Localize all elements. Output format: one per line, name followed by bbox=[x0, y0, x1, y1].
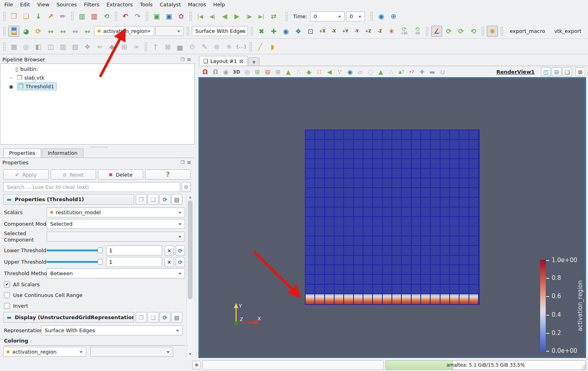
hover-cells-icon[interactable]: ◌ bbox=[366, 67, 375, 77]
rotate-90-cw-button[interactable]: ⟳+90 bbox=[398, 26, 410, 37]
maximize-view-icon[interactable]: ❑ bbox=[562, 67, 572, 76]
pipeline-item-builtin[interactable]: ▯ builtin: bbox=[0, 65, 194, 73]
view-plus-y-button[interactable]: +Y bbox=[340, 26, 350, 36]
interaction-mode-icon[interactable]: Ω bbox=[200, 67, 210, 77]
select-cells-through-icon[interactable]: ◆ bbox=[304, 67, 314, 77]
apply-button[interactable]: ✔Apply bbox=[3, 169, 49, 180]
isometric-view-icon[interactable]: ✳ bbox=[386, 26, 397, 37]
resize-grip[interactable] bbox=[582, 365, 587, 370]
paste-display-icon[interactable]: ❏ bbox=[147, 312, 159, 323]
last-frame-icon[interactable]: ▶| bbox=[256, 11, 267, 22]
visibility-eye-open-icon[interactable]: ◉ bbox=[8, 84, 15, 89]
select-cells-polygon-icon[interactable]: ▲ bbox=[376, 67, 386, 77]
extract-timesteps-icon[interactable]: ✳ bbox=[223, 41, 234, 52]
reset-defaults-icon[interactable]: ⟳ bbox=[159, 194, 170, 205]
zoom-box-icon[interactable]: ◎ bbox=[242, 67, 252, 77]
camera-orientation-icon[interactable]: ∠ bbox=[431, 26, 442, 37]
render-view-name[interactable]: RenderView1 bbox=[496, 69, 535, 75]
menu-sources[interactable]: Sources bbox=[53, 1, 80, 8]
save-data-icon[interactable]: ↓ bbox=[33, 11, 44, 22]
macro-export-button[interactable]: export_macro bbox=[506, 27, 549, 36]
query-points-icon[interactable]: •? bbox=[407, 67, 416, 77]
menu-filters[interactable]: Filters bbox=[80, 1, 103, 8]
zoom-to-selection-icon[interactable]: ◉ bbox=[345, 67, 355, 77]
invert-checkbox[interactable] bbox=[4, 303, 10, 309]
selected-component-combobox[interactable] bbox=[47, 232, 185, 242]
select-cells-interactive-icon[interactable]: ◀ bbox=[325, 67, 334, 77]
all-scalars-checkbox[interactable]: ✔ bbox=[4, 282, 10, 287]
view-minus-x-button[interactable]: -X bbox=[329, 26, 339, 36]
lower-threshold-slider[interactable] bbox=[47, 249, 102, 251]
play-icon[interactable]: ▶ bbox=[231, 11, 242, 22]
clear-upper-icon[interactable]: ✕ bbox=[164, 257, 174, 267]
glyph-icon[interactable]: ❖ bbox=[82, 41, 93, 52]
reset-session-icon[interactable]: ⟲ bbox=[101, 11, 112, 22]
continuous-cell-range-row[interactable]: Use Continuous Cell Range bbox=[4, 291, 83, 299]
gear-icon[interactable]: ⚙ bbox=[182, 182, 191, 192]
invert-row[interactable]: Invert bbox=[4, 302, 28, 309]
rotate-camera-cw-icon[interactable]: ⟳ bbox=[443, 26, 454, 37]
probe-location-icon[interactable]: † bbox=[150, 41, 161, 52]
view-minus-z-button[interactable]: -Z bbox=[374, 26, 385, 36]
menu-catalyst[interactable]: Catalyst bbox=[156, 1, 184, 8]
rotate-camera-ccw-icon[interactable]: ⟳ bbox=[456, 26, 467, 37]
clear-selection-icon[interactable]: ⊔ bbox=[438, 67, 447, 77]
grow-selection-icon[interactable]: ✚ bbox=[417, 67, 427, 77]
capture-view-icon[interactable]: ◉ bbox=[221, 67, 231, 77]
close-view-icon[interactable]: ⊠ bbox=[575, 67, 585, 76]
split-horizontal-icon[interactable]: ◫ bbox=[541, 67, 551, 76]
python-calculator-icon[interactable]: {...} bbox=[236, 41, 247, 52]
representation-combobox[interactable]: Surface With Edges bbox=[41, 325, 183, 335]
reset-camera-closest-icon[interactable]: ◉ bbox=[280, 26, 291, 37]
zoom-camera-icon[interactable]: ◉ bbox=[376, 11, 387, 22]
histogram-icon[interactable]: ▅ bbox=[174, 41, 185, 52]
zoom-to-data-icon[interactable]: ✚ bbox=[268, 26, 279, 37]
ruler-icon[interactable]: ╱ bbox=[255, 41, 266, 52]
redo-icon[interactable]: ↷ bbox=[132, 11, 143, 22]
auto-convert-icon[interactable]: ▣ bbox=[151, 11, 162, 22]
representation-selector[interactable]: Surface With Edges bbox=[192, 26, 248, 36]
render-viewport[interactable]: Y X Z 1.0e+00 0.8 0.6 0.4 0.2 0.0e+00 ac… bbox=[199, 78, 586, 358]
save-display-icon[interactable]: ▤ bbox=[171, 312, 182, 323]
float-dock-icon[interactable]: ❐ bbox=[180, 56, 186, 63]
panel-splitter[interactable] bbox=[90, 146, 108, 148]
shrink-selection-icon[interactable]: ▬ bbox=[427, 67, 437, 77]
rotate-90-ccw-button[interactable]: ⟲-90 bbox=[411, 26, 423, 37]
plot-over-time-icon[interactable]: ⊙ bbox=[187, 41, 198, 52]
reset-display-icon[interactable]: ⟳ bbox=[159, 312, 170, 323]
continuous-cell-range-checkbox[interactable] bbox=[4, 292, 10, 298]
lower-threshold-input[interactable] bbox=[106, 245, 162, 255]
new-layout-tab-button[interactable]: + bbox=[248, 57, 259, 66]
select-cells-on-icon[interactable]: ▲ bbox=[284, 67, 293, 77]
next-frame-icon[interactable]: |▶ bbox=[244, 11, 255, 22]
protractor-icon[interactable]: ◗ bbox=[267, 41, 278, 52]
contour-icon[interactable]: ◎ bbox=[21, 41, 32, 52]
menu-edit[interactable]: Edit bbox=[17, 1, 34, 8]
load-state-icon[interactable]: ❏ bbox=[21, 11, 32, 22]
undo-icon[interactable]: ↶ bbox=[120, 11, 131, 22]
adjust-camera-icon[interactable]: ⟲ bbox=[468, 26, 479, 37]
reset-camera-icon[interactable]: ✖ bbox=[256, 26, 267, 37]
close-dock-icon[interactable]: ⊠ bbox=[186, 159, 192, 166]
search-input[interactable] bbox=[3, 182, 180, 192]
tab-properties[interactable]: Properties bbox=[3, 148, 41, 158]
color-palette-icon[interactable]: ✿ bbox=[176, 11, 187, 22]
pipeline-item-threshold[interactable]: ◉ ❒ Threshold1 bbox=[0, 82, 194, 91]
rescale-range-icon[interactable]: ↔ bbox=[45, 26, 56, 37]
layout-tab[interactable]: ❑ Layout #1 ⊠ bbox=[199, 56, 248, 66]
menu-macros[interactable]: Macros bbox=[184, 1, 210, 8]
reset-upper-range-icon[interactable]: ⟳ bbox=[176, 257, 185, 267]
view-minus-y-button[interactable]: -Y bbox=[352, 26, 362, 36]
camera-link-icon[interactable]: Ω bbox=[211, 67, 220, 77]
rescale-range-temporal-icon[interactable]: ↔ bbox=[70, 26, 81, 37]
menu-extractors[interactable]: Extractors bbox=[103, 1, 136, 8]
rescale-range-custom-icon[interactable]: ↔ bbox=[57, 26, 68, 37]
plot-selection-icon[interactable]: ✎ bbox=[199, 41, 210, 52]
visibility-eye-closed-icon[interactable]: ⌣ bbox=[8, 74, 15, 81]
extract-subset-icon[interactable]: ▧ bbox=[70, 41, 81, 52]
modify-selection-icon[interactable]: ⊞ bbox=[273, 67, 283, 77]
scrollbar-thumb[interactable] bbox=[188, 200, 193, 299]
all-scalars-row[interactable]: ✔ All Scalars bbox=[4, 281, 40, 288]
toggle-3d-mode-button[interactable]: 3D bbox=[231, 69, 242, 75]
view-plus-z-button[interactable]: +Z bbox=[363, 26, 373, 36]
